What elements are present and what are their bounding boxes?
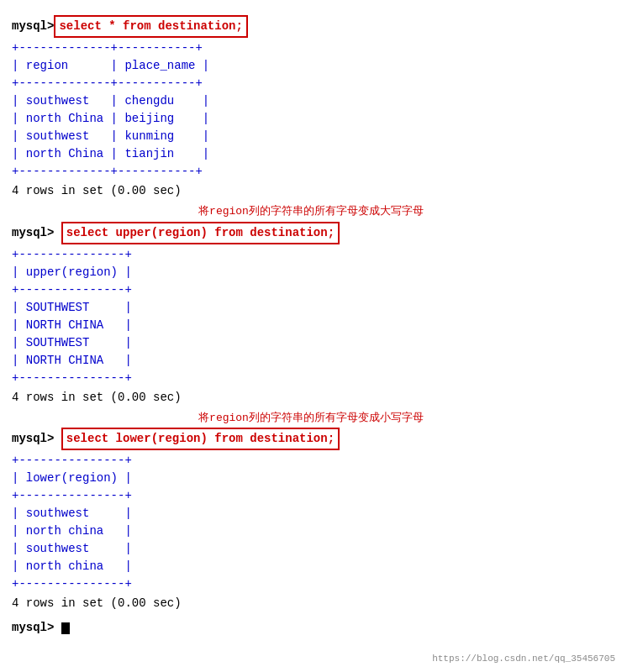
table-row-2-4: | NORTH CHINA |: [12, 352, 610, 370]
command-select-all: select * from destination;: [54, 15, 247, 38]
prompt-label-3: mysql>: [12, 430, 61, 448]
prompt-label-2: mysql>: [12, 224, 61, 242]
rows-result-3: 4 rows in set (0.00 sec): [12, 595, 610, 612]
cursor: [61, 622, 70, 634]
table-sep-mid-1: +-------------+-----------+: [12, 75, 610, 92]
block-select-all: mysql> select * from destination; +-----…: [12, 15, 610, 200]
table-sep-top-3: +---------------+: [12, 452, 610, 470]
terminal: mysql> select * from destination; +-----…: [8, 8, 614, 672]
annotation-lower: 将region列的字符串的所有字母变成小写字母: [12, 410, 610, 427]
command-lower: select lower(region) from destination;: [61, 428, 340, 450]
prompt-line-3: mysql> select lower(region) from destina…: [12, 428, 610, 450]
prompt-line-1: mysql> select * from destination;: [12, 15, 610, 38]
table-row-3-4: | north china |: [12, 558, 610, 575]
block-lower: mysql> select lower(region) from destina…: [12, 428, 610, 612]
table-sep-mid-3: +---------------+: [12, 487, 610, 505]
table-row-1-4: | north China | tianjin |: [12, 145, 610, 163]
table-row-3-3: | southwest |: [12, 540, 610, 558]
table-sep-top-1: +-------------+-----------+: [12, 39, 610, 57]
table-header-1: | region | place_name |: [12, 57, 610, 75]
table-row-2-3: | SOUTHWEST |: [12, 334, 610, 352]
table-header-3: | lower(region) |: [12, 470, 610, 487]
table-row-1-1: | southwest | chengdu |: [12, 92, 610, 110]
table-sep-bot-2: +---------------+: [12, 370, 610, 387]
watermark: https://blog.csdn.net/qq_35456705: [432, 652, 615, 666]
rows-result-2: 4 rows in set (0.00 sec): [12, 389, 610, 407]
final-prompt-line: mysql>: [12, 619, 610, 637]
prompt-line-2: mysql> select upper(region) from destina…: [12, 222, 610, 244]
table-row-3-1: | southwest |: [12, 505, 610, 522]
final-prompt-label: mysql>: [12, 619, 61, 637]
prompt-label: mysql>: [12, 18, 54, 35]
table-row-1-2: | north China | beijing |: [12, 110, 610, 128]
table-header-2: | upper(region) |: [12, 264, 610, 281]
block-upper: mysql> select upper(region) from destina…: [12, 222, 610, 407]
table-sep-bot-3: +---------------+: [12, 575, 610, 593]
table-row-2-1: | SOUTHWEST |: [12, 299, 610, 317]
rows-result-1: 4 rows in set (0.00 sec): [12, 182, 610, 200]
table-row-1-3: | southwest | kunming |: [12, 128, 610, 145]
annotation-upper: 将region列的字符串的所有字母变成大写字母: [12, 203, 610, 220]
command-upper: select upper(region) from destination;: [61, 222, 340, 244]
table-sep-mid-2: +---------------+: [12, 281, 610, 299]
table-sep-top-2: +---------------+: [12, 246, 610, 264]
table-sep-bot-1: +-------------+-----------+: [12, 163, 610, 181]
table-row-3-2: | north china |: [12, 522, 610, 540]
table-row-2-2: | NORTH CHINA |: [12, 317, 610, 334]
